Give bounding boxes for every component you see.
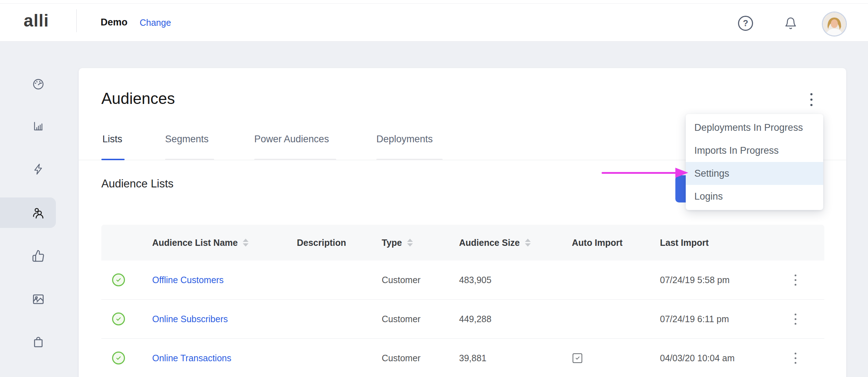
active-tab-underline — [101, 159, 125, 160]
section-title: Audience Lists — [101, 177, 174, 190]
audience-list-link[interactable]: Offline Customers — [152, 275, 224, 285]
change-account-link[interactable]: Change — [140, 18, 171, 28]
audience-list-link[interactable]: Online Transactions — [152, 353, 231, 363]
dashboard-gauge-icon[interactable] — [30, 76, 46, 92]
card-options-menu: Deployments In Progress Imports In Progr… — [686, 114, 823, 210]
table-row: Offline Customers Customer 483,905 07/24… — [101, 261, 824, 300]
cell-auto-import — [572, 353, 660, 363]
cell-size: 483,905 — [459, 275, 572, 285]
notifications-bell-icon[interactable] — [784, 16, 797, 30]
tab-lists[interactable]: Lists — [102, 134, 122, 145]
account-name: Demo — [101, 17, 127, 28]
lightning-icon[interactable] — [30, 161, 46, 177]
tab-underline — [165, 159, 214, 160]
cell-last-import: 07/24/19 6:11 pm — [660, 314, 781, 324]
column-header-auto-import: Auto Import — [572, 238, 660, 248]
column-header-size: Audience Size — [459, 238, 572, 248]
cell-type: Customer — [382, 275, 459, 285]
annotation-arrow-head-icon — [675, 168, 688, 178]
sort-icon[interactable] — [407, 239, 413, 247]
tab-segments[interactable]: Segments — [165, 134, 209, 145]
user-avatar[interactable] — [823, 13, 846, 35]
audience-lists-table: Audience List Name Description Type Audi… — [101, 225, 824, 377]
status-ready-icon — [112, 273, 125, 286]
tab-underline — [376, 159, 443, 160]
table-row: Online Transactions Customer 39,881 04/0… — [101, 339, 824, 377]
cell-size: 449,288 — [459, 314, 572, 324]
help-icon[interactable]: ? — [738, 16, 753, 31]
shopping-bag-icon[interactable] — [30, 334, 46, 350]
card-options-kebab-icon[interactable] — [807, 92, 816, 108]
cell-type: Customer — [382, 353, 459, 363]
tab-power-audiences[interactable]: Power Audiences — [254, 134, 329, 145]
cell-type: Customer — [382, 314, 459, 324]
tab-deployments[interactable]: Deployments — [376, 134, 433, 145]
row-actions-kebab-icon[interactable] — [791, 311, 800, 327]
top-edge-line — [0, 3, 868, 4]
column-header-last-import: Last Import — [660, 238, 781, 248]
audience-list-link[interactable]: Online Subscribers — [152, 314, 228, 324]
menu-item-settings[interactable]: Settings — [686, 162, 823, 185]
auto-import-checkbox-checked[interactable] — [573, 353, 582, 363]
app-logo: alli — [24, 11, 49, 30]
header-divider — [76, 9, 77, 32]
bar-chart-icon[interactable] — [30, 118, 46, 134]
cell-last-import: 07/24/19 5:58 pm — [660, 275, 781, 285]
table-header-row: Audience List Name Description Type Audi… — [101, 225, 824, 261]
audiences-people-icon[interactable] — [30, 205, 46, 221]
menu-item-imports-in-progress[interactable]: Imports In Progress — [686, 139, 823, 162]
image-icon[interactable] — [30, 291, 46, 307]
sort-icon[interactable] — [243, 239, 249, 247]
menu-item-logins[interactable]: Logins — [686, 185, 823, 208]
tab-underline — [254, 159, 336, 160]
status-ready-icon — [112, 352, 125, 364]
row-actions-kebab-icon[interactable] — [791, 272, 800, 288]
column-header-description: Description — [297, 238, 382, 248]
column-header-name: Audience List Name — [152, 238, 297, 248]
row-actions-kebab-icon[interactable] — [791, 350, 800, 366]
thumbs-up-icon[interactable] — [30, 248, 46, 264]
status-ready-icon — [112, 312, 125, 325]
annotation-arrow-line — [602, 172, 677, 174]
page-title: Audiences — [101, 90, 175, 108]
cell-size: 39,881 — [459, 353, 572, 363]
sort-icon[interactable] — [525, 239, 531, 247]
table-row: Online Subscribers Customer 449,288 07/2… — [101, 300, 824, 339]
column-header-type: Type — [382, 238, 459, 248]
cell-last-import: 04/03/20 10:04 am — [660, 353, 781, 363]
active-nav-highlight — [0, 197, 56, 228]
left-nav-rail — [0, 42, 56, 377]
menu-item-deployments-in-progress[interactable]: Deployments In Progress — [686, 116, 823, 139]
top-header: alli Demo Change ? — [0, 0, 868, 42]
